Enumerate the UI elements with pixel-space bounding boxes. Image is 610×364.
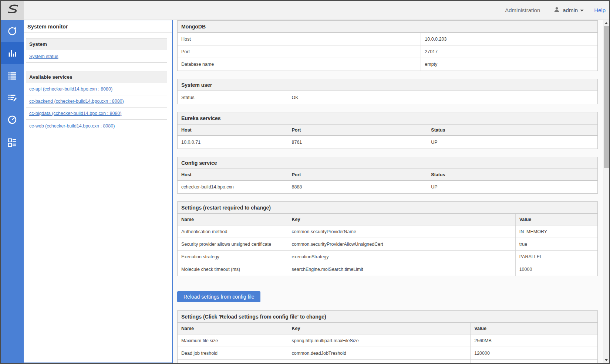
cell-name: Molecule check timeout (ms) xyxy=(178,263,288,276)
cell-status: UP xyxy=(427,181,597,193)
row-value: 27017 xyxy=(421,45,597,58)
eureka-services-table: Eureka services Host Port Status 10.0.0.… xyxy=(177,112,598,149)
column-header: Host xyxy=(178,169,288,180)
person-icon xyxy=(553,6,560,14)
vertical-scrollbar[interactable] xyxy=(603,20,609,363)
mongodb-table: MongoDB Host 10.0.0.203 Port 27017 Datab… xyxy=(177,20,598,71)
table-row: Molecule check timeout (ms) searchEngine… xyxy=(178,263,597,276)
cell-host: cchecker-build14.bpo.cxn xyxy=(178,181,288,193)
user-name: admin xyxy=(563,7,578,13)
column-header: Key xyxy=(288,323,471,334)
content-area: System monitor System System status Avai… xyxy=(1,20,609,363)
reload-settings-button[interactable]: Reload settings from config file xyxy=(177,291,260,302)
user-menu[interactable]: admin xyxy=(553,6,584,14)
row-label: Host xyxy=(178,33,421,45)
triangle-up-icon xyxy=(605,22,608,24)
list-item[interactable]: cc-web (cchecker-build14.bpo.cxn : 8080) xyxy=(26,120,167,132)
scrollbar-thumb[interactable] xyxy=(604,26,609,168)
cell-name: Hystrix timeout enabled xyxy=(178,360,288,363)
table-row: Dead job treshold common.deadJobTreshold… xyxy=(178,347,597,360)
cell-key: common.securityProviderName xyxy=(288,225,516,238)
settings-restart-title: Settings (restart required to change) xyxy=(178,202,597,214)
column-header: Host xyxy=(178,125,288,135)
help-link[interactable]: Help xyxy=(594,7,606,13)
system-status-link[interactable]: System status xyxy=(29,54,58,59)
column-header: Name xyxy=(178,214,288,225)
sidebar-item-audit-log[interactable] xyxy=(1,86,24,109)
sidebar-item-scheduler[interactable] xyxy=(1,109,24,131)
main-content: MongoDB Host 10.0.0.203 Port 27017 Datab… xyxy=(173,20,603,363)
scroll-down-button[interactable] xyxy=(603,357,610,363)
row-label: Database name xyxy=(178,58,421,71)
app-logo[interactable] xyxy=(1,1,24,20)
cell-name: Security provider allows unsigned certif… xyxy=(178,238,288,250)
table-row: Port 27017 xyxy=(178,45,597,58)
cell-name: Dead job treshold xyxy=(178,347,288,359)
chevron-down-icon xyxy=(580,10,584,11)
cell-key: common.securityProviderAllowUnsignedCert xyxy=(288,238,516,250)
cell-name: Execution strategy xyxy=(178,251,288,263)
list-item[interactable]: cc-bigdata (cchecker-build14.bpo.cxn : 8… xyxy=(26,108,167,120)
cell-value: 2560MB xyxy=(471,334,597,347)
settings-reload-title: Settings (Click 'Reload settings from co… xyxy=(178,311,597,323)
cell-key: searchEngine.molSearch.timeLimit xyxy=(288,263,516,276)
list-item[interactable]: cc-api (cchecker-build14.bpo.cxn : 8080) xyxy=(26,83,167,95)
bar-chart-icon xyxy=(7,48,18,59)
column-header: Name xyxy=(178,323,288,334)
scroll-up-button[interactable] xyxy=(603,20,610,26)
table-row: cchecker-build14.bpo.cxn 8888 UP xyxy=(178,181,597,193)
table-header-row: Name Key Value xyxy=(178,214,597,225)
table-row: Maximum file size spring.http.multipart.… xyxy=(178,334,597,347)
list-item[interactable]: cc-backend (cchecker-build14.bpo.cxn : 8… xyxy=(26,95,167,108)
system-section: System System status xyxy=(26,38,167,63)
app-window: { "header": { "administration": "Adminis… xyxy=(0,0,610,364)
cell-status: UP xyxy=(427,136,597,149)
system-user-table: System user Status OK xyxy=(177,79,598,104)
service-link-cc-bigdata[interactable]: cc-bigdata (cchecker-build14.bpo.cxn : 8… xyxy=(29,111,121,116)
cell-port: 8761 xyxy=(288,136,428,149)
service-link-cc-web[interactable]: cc-web (cchecker-build14.bpo.cxn : 8080) xyxy=(29,123,115,129)
header-actions: Administration admin Help xyxy=(505,6,609,14)
sidebar-item-list[interactable] xyxy=(1,64,24,86)
settings-restart-table: Settings (restart required to change) Na… xyxy=(177,201,598,276)
dashboard-icon xyxy=(7,136,18,147)
table-row: Execution strategy executionStrategy PAR… xyxy=(178,251,597,263)
sidebar-nav xyxy=(1,20,24,363)
table-row: Hystrix timeout enabled hystrix.command.… xyxy=(178,360,597,363)
table-header-row: Host Port Status xyxy=(178,169,597,181)
eureka-title: Eureka services xyxy=(178,112,597,125)
administration-menu[interactable]: Administration xyxy=(505,7,540,13)
cell-key: executionStrategy xyxy=(288,251,516,263)
sidebar-item-refresh[interactable] xyxy=(1,20,24,42)
cell-value: true xyxy=(471,360,597,363)
cell-value: PARALLEL xyxy=(516,251,597,263)
cell-host: 10.0.0.71 xyxy=(178,136,288,149)
cell-value: 10000 xyxy=(516,263,597,276)
column-header: Status xyxy=(427,169,597,180)
system-user-title: System user xyxy=(178,79,597,91)
sidebar-item-dashboard[interactable] xyxy=(1,131,24,153)
cell-key: spring.http.multipart.maxFileSize xyxy=(288,334,471,347)
cell-name: Authentication method xyxy=(178,225,288,238)
service-link-cc-backend[interactable]: cc-backend (cchecker-build14.bpo.cxn : 8… xyxy=(29,99,124,104)
cell-port: 8888 xyxy=(288,181,428,193)
list-item[interactable]: System status xyxy=(26,50,167,62)
list-icon xyxy=(7,70,18,81)
table-row: Host 10.0.0.203 xyxy=(178,33,597,45)
cell-value: true xyxy=(516,238,597,250)
table-row: Authentication method common.securityPro… xyxy=(178,225,597,238)
panel-title: System monitor xyxy=(24,20,172,33)
service-link-cc-api[interactable]: cc-api (cchecker-build14.bpo.cxn : 8080) xyxy=(29,86,112,92)
row-value: 10.0.0.203 xyxy=(421,33,597,45)
status-value: OK xyxy=(288,91,598,104)
system-monitor-panel: System monitor System System status Avai… xyxy=(24,20,173,363)
table-header-row: Name Key Value xyxy=(178,323,597,334)
sidebar-item-system-monitor[interactable] xyxy=(1,42,24,64)
config-service-title: Config service xyxy=(178,157,597,169)
cell-key: common.deadJobTreshold xyxy=(288,347,471,359)
row-value: empty xyxy=(421,58,597,71)
cell-value: IN_MEMORY xyxy=(516,225,597,238)
cell-value: 120000 xyxy=(471,347,597,359)
table-row: 10.0.0.71 8761 UP xyxy=(178,136,597,149)
clock-icon xyxy=(7,114,18,125)
